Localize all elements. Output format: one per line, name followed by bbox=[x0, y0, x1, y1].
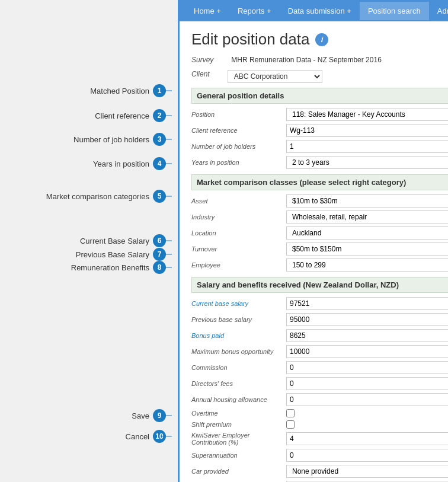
annotation-label-6: Current Base Salary bbox=[80, 237, 149, 245]
salary-row-8: Shift premium bbox=[191, 420, 448, 429]
salary-label-10: Superannuation bbox=[191, 452, 286, 459]
badge-10: 10 bbox=[153, 430, 166, 443]
badge-3: 3 bbox=[153, 133, 166, 146]
annotation-6: Current Base Salary 6 bbox=[80, 234, 166, 247]
annotation-panel: Matched Position 1 Client reference 2 Nu… bbox=[0, 0, 178, 482]
years-select[interactable]: 2 to 3 years bbox=[286, 156, 448, 169]
annotation-5: Market comparison categories 5 bbox=[46, 190, 166, 203]
form-content: Edit position data i Survey MHR Remunera… bbox=[180, 21, 448, 482]
annotation-label-10: Cancel bbox=[126, 432, 149, 441]
row-years: Years in position 2 to 3 years bbox=[191, 155, 448, 170]
turnover-select[interactable]: $50m to $150m bbox=[286, 242, 448, 256]
salary-row-4: Commission bbox=[191, 360, 448, 375]
meta-client-row: Client ABC Corporation bbox=[191, 70, 448, 83]
asset-label: Asset bbox=[191, 197, 286, 205]
salary-row-6: Annual housing allowance bbox=[191, 392, 448, 407]
annotation-4: Years in position 4 bbox=[93, 157, 166, 170]
salary-label-5: Directors' fees bbox=[191, 380, 286, 387]
salary-label-2: Bonus paid bbox=[191, 332, 286, 339]
page-title-row: Edit position data i bbox=[191, 30, 448, 49]
badge-4: 4 bbox=[153, 157, 166, 170]
annotation-2: Client reference 2 bbox=[95, 109, 166, 122]
salary-row-2: Bonus paid bbox=[191, 328, 448, 343]
salary-row-0: Current base salary bbox=[191, 296, 448, 311]
salary-row-7: Overtime bbox=[191, 408, 448, 418]
row-client-ref: Client reference bbox=[191, 123, 448, 138]
badge-7: 7 bbox=[153, 248, 166, 261]
salary-row-3: Maximum bonus opportunity bbox=[191, 344, 448, 359]
annotation-3: Number of job holders 3 bbox=[73, 133, 166, 146]
row-job-holders: Number of job holders bbox=[191, 139, 448, 154]
section-salary: Salary and benefits received (New Zealan… bbox=[191, 277, 448, 293]
row-location: Location Auckland bbox=[191, 226, 448, 240]
asset-select[interactable]: $10m to $30m bbox=[286, 194, 448, 208]
annotation-label-3: Number of job holders bbox=[73, 135, 149, 144]
salary-input-10[interactable] bbox=[286, 449, 448, 462]
salary-input-3[interactable] bbox=[286, 345, 448, 358]
annotation-label-5: Market comparison categories bbox=[46, 192, 149, 201]
survey-value: MHR Remuneration Data - NZ September 201… bbox=[231, 56, 381, 64]
nav-position-search[interactable]: Position search bbox=[360, 2, 429, 20]
salary-select-11[interactable]: None provided bbox=[286, 465, 448, 478]
position-select[interactable]: 118: Sales Manager - Key Accounts bbox=[286, 108, 448, 121]
employee-select[interactable]: 150 to 299 bbox=[286, 258, 448, 272]
salary-checkbox-7[interactable] bbox=[286, 409, 295, 417]
location-select[interactable]: Auckland bbox=[286, 226, 448, 240]
salary-input-1[interactable] bbox=[286, 313, 448, 326]
salary-label-9: KiwiSaver Employer Contribution (%) bbox=[191, 432, 286, 446]
nav-reports[interactable]: Reports + bbox=[229, 2, 280, 20]
annotation-9: Save 9 bbox=[132, 409, 166, 422]
page-title: Edit position data bbox=[191, 30, 309, 49]
salary-row-5: Directors' fees bbox=[191, 376, 448, 391]
annotation-7: Previous Base Salary 7 bbox=[76, 248, 166, 261]
annotation-10: Cancel 10 bbox=[126, 430, 166, 443]
salary-input-9[interactable] bbox=[286, 432, 448, 445]
nav-data-submission[interactable]: Data submission + bbox=[280, 2, 360, 20]
salary-label-8: Shift premium bbox=[191, 421, 286, 428]
section-general: General position details bbox=[191, 88, 448, 104]
salary-input-4[interactable] bbox=[286, 361, 448, 374]
badge-8: 8 bbox=[153, 261, 166, 274]
annotation-label-2: Client reference bbox=[95, 111, 149, 120]
badge-6: 6 bbox=[153, 234, 166, 247]
badge-2: 2 bbox=[153, 109, 166, 122]
annotation-label-7: Previous Base Salary bbox=[76, 250, 149, 259]
salary-label-1: Previous base salary bbox=[191, 316, 286, 323]
employee-label: Employee bbox=[191, 261, 286, 269]
annotation-label-4: Years in position bbox=[93, 159, 149, 168]
job-holders-label: Number of job holders bbox=[191, 143, 286, 150]
badge-1: 1 bbox=[153, 84, 166, 97]
salary-label-6: Annual housing allowance bbox=[191, 396, 286, 403]
salary-checkbox-8[interactable] bbox=[286, 420, 295, 429]
client-ref-input[interactable] bbox=[286, 124, 448, 137]
salary-row-11: Car providedNone provided bbox=[191, 464, 448, 478]
salary-input-5[interactable] bbox=[286, 377, 448, 390]
row-asset: Asset $10m to $30m bbox=[191, 194, 448, 208]
industry-select[interactable]: Wholesale, retail, repair bbox=[286, 210, 448, 224]
client-select[interactable]: ABC Corporation bbox=[228, 70, 322, 83]
annotation-label-1: Matched Position bbox=[90, 87, 149, 95]
salary-input-0[interactable] bbox=[286, 297, 448, 310]
info-icon[interactable]: i bbox=[315, 33, 328, 46]
row-turnover: Turnover $50m to $150m bbox=[191, 242, 448, 256]
salary-input-6[interactable] bbox=[286, 393, 448, 406]
salary-row-10: Superannuation bbox=[191, 448, 448, 462]
section-market: Market comparison classes (please select… bbox=[191, 174, 448, 190]
navbar: Home + Reports + Data submission + Posit… bbox=[180, 0, 448, 21]
nav-admin[interactable]: Admin + bbox=[429, 2, 448, 20]
annotation-label-9: Save bbox=[132, 411, 149, 420]
turnover-label: Turnover bbox=[191, 245, 286, 253]
badge-5: 5 bbox=[153, 190, 166, 203]
annotation-8: Remuneration Benefits 8 bbox=[71, 261, 166, 274]
salary-input-2[interactable] bbox=[286, 329, 448, 342]
salary-label-3: Maximum bonus opportunity bbox=[191, 348, 286, 355]
job-holders-input[interactable] bbox=[286, 140, 448, 153]
row-position: Position 118: Sales Manager - Key Accoun… bbox=[191, 107, 448, 122]
badge-9: 9 bbox=[153, 409, 166, 422]
row-industry: Industry Wholesale, retail, repair bbox=[191, 210, 448, 224]
location-label: Location bbox=[191, 229, 286, 237]
salary-label-7: Overtime bbox=[191, 410, 286, 417]
annotation-label-8: Remuneration Benefits bbox=[71, 263, 149, 272]
nav-home[interactable]: Home + bbox=[185, 2, 229, 20]
salary-label-4: Commission bbox=[191, 364, 286, 371]
